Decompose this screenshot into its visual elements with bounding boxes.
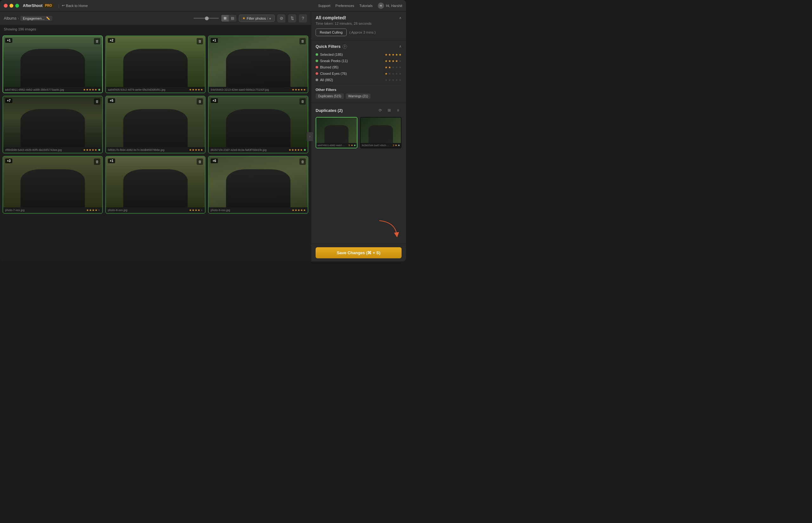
dup-grid-icon[interactable]: ⊞: [386, 107, 393, 114]
filter-dot: [316, 78, 318, 81]
close-button[interactable]: [4, 4, 7, 7]
zoom-slider[interactable]: [193, 18, 219, 19]
user-menu[interactable]: H Hi, Harshit: [378, 2, 402, 9]
separator: |: [58, 3, 59, 8]
time-taken: Time taken: 12 minutes, 28 seconds: [316, 21, 402, 25]
photo-delete-btn[interactable]: 🗑: [197, 159, 203, 165]
breadcrumb: Albums › Engagemen... ✏️: [4, 16, 52, 21]
restart-row: Restart Culling ( Approx 3 mins ): [316, 29, 402, 36]
photo-delete-btn[interactable]: 🗑: [197, 38, 203, 44]
warnings-tag[interactable]: Warnings (21): [346, 93, 370, 99]
star-icon: ★: [298, 88, 300, 91]
photo-meta: 94e58463-3213-42ee-aae0-bb9a1c75192f.jpg…: [209, 87, 308, 93]
star-icon: ★: [192, 209, 194, 212]
dup-refresh-icon[interactable]: ⟳: [377, 107, 384, 114]
filter-dot: [316, 59, 318, 62]
filter-dot: [316, 72, 318, 75]
list-view-btn[interactable]: ▤: [229, 15, 236, 21]
photo-area: Albums › Engagemen... ✏️ ⊞ ▤: [0, 12, 311, 262]
photo-stars: ★★★★★: [83, 88, 97, 91]
quick-filters-collapse-icon[interactable]: ∧: [399, 44, 402, 49]
photo-cell[interactable]: +2 🗑 aa94f405-b3c2-4d79-ae9e-6fe20d3d6d9…: [105, 36, 206, 93]
tutorials-link[interactable]: Tutorials: [359, 4, 373, 7]
restart-culling-btn[interactable]: Restart Culling: [316, 29, 347, 36]
preferences-link[interactable]: Preferences: [336, 4, 354, 7]
photo-thumbnail: +1 🗑: [209, 36, 308, 87]
photo-group-badge: +3: [5, 159, 12, 163]
photo-cell[interactable]: +1 🗑 photo-8-xxx.jpg ★★★★★: [105, 156, 206, 214]
photo-delete-btn[interactable]: 🗑: [197, 98, 203, 105]
photo-cell[interactable]: +3 🗑 d62b71f4-23d7-42ed-8c3a-fa83f7bb01f…: [208, 96, 308, 154]
dup-status-dot: [398, 145, 400, 146]
completed-section: All completed! ∧ Time taken: 12 minutes,…: [311, 12, 406, 40]
grid-view-btn[interactable]: ⊞: [222, 15, 229, 21]
photo-delete-btn[interactable]: 🗑: [299, 98, 306, 105]
panel-collapse-btn[interactable]: ›: [307, 132, 313, 141]
completed-collapse-icon[interactable]: ∧: [399, 16, 402, 20]
star-icon: ★: [298, 209, 300, 212]
save-changes-btn[interactable]: Save Changes (⌘ + S): [316, 247, 402, 258]
photo-cell[interactable]: +1 🗑 94e58463-3213-42ee-aae0-bb9a1c75192…: [208, 36, 308, 93]
edit-album-icon[interactable]: ✏️: [46, 17, 50, 20]
photo-cell[interactable]: +7 🗑 cf8b5b98-5443-492b-80f5-da150f1743e…: [2, 96, 103, 154]
filter-star-icon: ★: [388, 66, 391, 69]
photo-thumbnail: +7 🗑: [3, 96, 102, 147]
photo-stars: ★★★★★: [292, 209, 306, 212]
star-icon: ★: [198, 148, 200, 151]
zoom-thumb[interactable]: [205, 17, 209, 20]
photo-delete-btn[interactable]: 🗑: [94, 159, 100, 165]
filter-star-icon: ★: [399, 59, 402, 63]
couple-figure: [226, 109, 290, 147]
duplicates-section: Duplicates (2) ⟳ ⊞ ≡ a4474911-d982-4eb2-…: [311, 103, 406, 244]
albums-breadcrumb[interactable]: Albums: [4, 16, 17, 21]
fullscreen-button[interactable]: [15, 4, 19, 7]
filter-slash: / ●: [267, 17, 271, 20]
filter-star-icon: ★: [388, 78, 391, 82]
duplicates-tag[interactable]: Duplicates (515): [316, 93, 344, 99]
photo-cell[interactable]: +5 🗑 f4f6917b-f694-4082-bc7c-b0db85879b8…: [105, 96, 206, 154]
photo-meta: photo-7-xxx.jpg ★★★★★: [3, 207, 102, 213]
filter-icon-btn[interactable]: ⊘: [277, 14, 285, 22]
star-icon: ★: [83, 148, 86, 151]
filter-dot: [316, 66, 318, 69]
right-panel: › All completed! ∧ Time taken: 12 minute…: [311, 12, 406, 262]
help-icon-btn[interactable]: ?: [299, 14, 307, 22]
photo-cell[interactable]: +6 🗑 photo-9-xxx.jpg ★★★★★: [208, 156, 308, 214]
filter-star-rating: ★★★★★: [385, 53, 402, 56]
duplicate-thumb[interactable]: a4474911-d982-4eb2-... 5 ★: [316, 117, 357, 148]
quick-filter-row[interactable]: Closed Eyes (76) ★★★★★: [316, 70, 402, 77]
quick-filter-row[interactable]: Sneak Peeks (11) ★★★★★: [316, 58, 402, 64]
photo-delete-btn[interactable]: 🗑: [94, 98, 100, 105]
sort-icon-btn[interactable]: ⇅: [288, 14, 296, 22]
filter-star-rating: ★★★★★: [385, 72, 402, 75]
dup-star-rating: 5 ★: [349, 144, 353, 147]
photo-cell[interactable]: +3 🗑 photo-7-xxx.jpg ★★★★★: [2, 156, 103, 214]
photo-filename: cf8b5b98-5443-492b-80f5-da150f1743ee.jpg: [5, 148, 82, 151]
album-name-breadcrumb[interactable]: Engagemen... ✏️: [20, 16, 52, 21]
dup-list-icon[interactable]: ≡: [394, 107, 402, 114]
filter-star-icon: ★: [399, 66, 402, 69]
back-to-home-btn[interactable]: ↩ Back to Home: [62, 3, 88, 7]
figure-overlay: [21, 49, 85, 87]
photo-filename: photo-8-xxx.jpg: [108, 209, 188, 212]
photo-delete-btn[interactable]: 🗑: [299, 38, 306, 44]
quick-filters-help-icon[interactable]: ?: [342, 44, 347, 49]
figure-overlay: [21, 169, 85, 207]
status-dot: [98, 149, 100, 151]
breadcrumb-chevron-icon: ›: [18, 16, 19, 21]
photo-thumbnail: +2 🗑: [106, 36, 205, 87]
user-greeting: Hi, Harshit: [386, 4, 402, 7]
quick-filter-row[interactable]: All (882) ★★★★★: [316, 77, 402, 83]
quick-filter-row[interactable]: Blurred (95) ★★★★★: [316, 64, 402, 70]
photo-delete-btn[interactable]: 🗑: [94, 38, 100, 44]
support-link[interactable]: Support: [318, 4, 331, 7]
quick-filter-row[interactable]: Selected (185) ★★★★★: [316, 51, 402, 58]
filter-photos-btn[interactable]: ★ Filter photos / ●: [239, 15, 275, 22]
minimize-button[interactable]: [10, 4, 13, 7]
photo-cell[interactable]: +1 🗑 a4474911-d982-4eb2-add8-3bbc5773aa9…: [2, 36, 103, 93]
duplicate-thumb[interactable]: 9c5b37d4-1a47-49c0-... 3 ★: [360, 117, 402, 148]
star-icon: ★: [297, 148, 300, 151]
photo-delete-btn[interactable]: 🗑: [299, 159, 306, 165]
couple-figure: [123, 109, 188, 147]
filter-star-icon: ★: [392, 53, 394, 56]
